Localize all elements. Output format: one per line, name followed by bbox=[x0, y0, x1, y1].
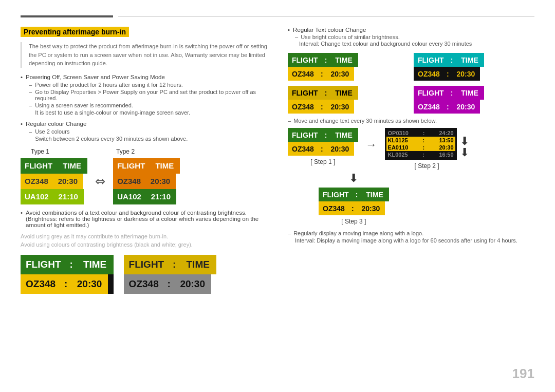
mb2-flight: FLIGHT bbox=[414, 53, 448, 67]
type2-board: FLIGHT TIME OZ348 20:30 UA102 21:10 bbox=[113, 158, 180, 204]
scroll-row-3: EA0110:20:30 bbox=[386, 144, 455, 151]
exchange-arrow: ⇔ bbox=[95, 174, 105, 189]
type2-time-header: TIME bbox=[149, 158, 180, 174]
bottom-black-time: TIME bbox=[77, 255, 114, 274]
mb4-time: TIME bbox=[456, 86, 484, 100]
top-border bbox=[21, 15, 534, 17]
type1-row3: UA102 21:10 bbox=[21, 189, 87, 204]
type1-2110: 21:10 bbox=[53, 189, 84, 204]
bottom-black-colon-hdr: : bbox=[66, 255, 77, 274]
bottom-black-flight: FLIGHT bbox=[21, 255, 66, 274]
avoid-contrast-text: Avoid using colours of contrasting brigh… bbox=[21, 241, 272, 248]
step1-time: TIME bbox=[330, 128, 358, 142]
top-border-accent bbox=[21, 15, 113, 17]
bottom-gray-time: TIME bbox=[179, 255, 216, 274]
page: Preventing afterimage burn-in The best w… bbox=[0, 0, 555, 392]
step3-board: FLIGHT : TIME OZ348 : 20:30 bbox=[319, 188, 389, 215]
mb1-colon: : bbox=[322, 53, 330, 67]
bottom-black-data: OZ348 : 20:30 bbox=[21, 274, 114, 294]
step3-2030: 20:30 bbox=[357, 201, 385, 215]
step3-area: ⬇ FLIGHT : TIME OZ348 : 20:30 [ bbox=[288, 172, 534, 225]
sub-bullet-1: – Power off the product for 2 hours afte… bbox=[21, 82, 272, 88]
mb3-colon: : bbox=[322, 86, 330, 100]
type2-row1: FLIGHT TIME bbox=[113, 158, 180, 174]
type2-oz348: OZ348 bbox=[113, 174, 145, 189]
bottom-black-2030: 20:30 bbox=[71, 274, 108, 294]
mb2-2030: 20:30 bbox=[452, 67, 480, 81]
type2-2110: 21:10 bbox=[145, 189, 176, 204]
step3-oz348: OZ348 bbox=[319, 201, 349, 215]
page-number: 191 bbox=[512, 366, 534, 382]
regular-colour-section: • Regular colour Change – Use 2 colours … bbox=[21, 121, 272, 142]
reg-sub: Interval: Display a moving image along w… bbox=[288, 237, 534, 244]
mb4-colon: : bbox=[448, 86, 456, 100]
type2-label: Type 2 bbox=[116, 148, 135, 155]
type2-row3: UA102 21:10 bbox=[113, 189, 180, 204]
bottom-gray-2030: 20:30 bbox=[174, 274, 211, 294]
type2-row2: OZ348 20:30 bbox=[113, 174, 180, 189]
mb1-oz348: OZ348 bbox=[288, 67, 318, 81]
mb3-oz348: OZ348 bbox=[288, 100, 318, 114]
sub-bullet-3: – Using a screen saver is recommended. bbox=[21, 102, 272, 108]
type-section: Type 1 Type 2 FLIGHT TIME OZ348 20:30 bbox=[21, 148, 272, 204]
mb1-flight: FLIGHT bbox=[288, 53, 322, 67]
bottom-board-black: FLIGHT : TIME OZ348 : 20:30 bbox=[21, 255, 114, 294]
type1-oz348: OZ348 bbox=[21, 174, 52, 189]
step3-flight: FLIGHT bbox=[319, 188, 353, 201]
arrow-down-2: ⬇ bbox=[460, 147, 469, 158]
type1-board: FLIGHT TIME OZ348 20:30 UA102 21:10 bbox=[21, 158, 87, 204]
right-arrow: → bbox=[366, 138, 377, 152]
mini-board-2: FLIGHT : TIME OZ348 : 20:30 bbox=[414, 53, 534, 81]
scroll-row-2: KL0125:13:50 bbox=[386, 137, 455, 144]
step1-box: FLIGHT : TIME OZ348 : 20:30 [ Step 1 ] bbox=[288, 128, 358, 165]
type2-2030: 20:30 bbox=[145, 174, 176, 189]
colour-sub-2: – Switch between 2 colours every 30 minu… bbox=[21, 136, 272, 142]
mb3-flight: FLIGHT bbox=[288, 86, 322, 100]
mb2-oz348: OZ348 bbox=[414, 67, 444, 81]
type-boards: FLIGHT TIME OZ348 20:30 UA102 21:10 ⇔ bbox=[21, 158, 272, 204]
section-title: Preventing afterimage burn-in bbox=[21, 27, 129, 37]
bottom-black-oz348: OZ348 bbox=[21, 274, 61, 294]
bottom-board-gray: FLIGHT : TIME OZ348 : 20:30 bbox=[124, 255, 217, 294]
content-area: Preventing afterimage burn-in The best w… bbox=[21, 27, 534, 294]
mini-board-3: FLIGHT : TIME OZ348 : 20:30 bbox=[288, 86, 409, 114]
type1-row1: FLIGHT TIME bbox=[21, 158, 87, 174]
avoid-contrast-bullet: • Avoid combinations of a text colour an… bbox=[21, 210, 272, 228]
regular-colour-bullet: • Regular colour Change bbox=[21, 121, 272, 127]
bottom-gray-colon-hdr: : bbox=[169, 255, 179, 274]
right-sub-2: Interval: Change text colour and backgro… bbox=[288, 41, 534, 47]
avoid-gray-text: Avoid using grey as it may contribute to… bbox=[21, 233, 272, 239]
boards-grid: FLIGHT : TIME OZ348 : 20:30 FLIGHT : bbox=[288, 53, 534, 114]
step3-label: [ Step 3 ] bbox=[341, 218, 366, 225]
right-sub-1: – Use bright colours of similar brightne… bbox=[288, 34, 534, 40]
mb4-oz348: OZ348 bbox=[414, 100, 444, 114]
type1-time-header: TIME bbox=[57, 158, 87, 174]
step1-oz348: OZ348 bbox=[288, 142, 318, 156]
bullet-dot: • bbox=[21, 74, 23, 80]
type1-2030: 20:30 bbox=[52, 174, 83, 189]
sub-bullet-2: – Go to Display Properties > Power Suppl… bbox=[21, 89, 272, 101]
step1-label: [ Step 1 ] bbox=[310, 158, 335, 165]
step2-label: [ Step 2 ] bbox=[415, 162, 439, 170]
mb3-2030: 20:30 bbox=[326, 100, 354, 114]
right-column: • Regular Text colour Change – Use brigh… bbox=[288, 27, 534, 294]
bottom-black-colon-data: : bbox=[61, 274, 71, 294]
step3-time: TIME bbox=[361, 188, 389, 201]
mb3-colon2: : bbox=[318, 100, 326, 114]
mb2-time: TIME bbox=[456, 53, 484, 67]
mb1-2030: 20:30 bbox=[326, 67, 354, 81]
mb4-colon2: : bbox=[444, 100, 452, 114]
mb1-time: TIME bbox=[330, 53, 358, 67]
powering-bullet: • Powering Off, Screen Saver and Power S… bbox=[21, 74, 272, 80]
mb2-colon: : bbox=[448, 53, 456, 67]
steps-row: FLIGHT : TIME OZ348 : 20:30 [ Step 1 ] → bbox=[288, 128, 534, 170]
type1-flight-header: FLIGHT bbox=[21, 158, 57, 174]
scroll-row-4: KL0025:16:50 bbox=[386, 151, 455, 158]
intro-text: The best way to protect the product from… bbox=[21, 42, 272, 68]
type2-flight-header: FLIGHT bbox=[113, 158, 149, 174]
regular-section: – Regularly display a moving image along… bbox=[288, 230, 534, 244]
mini-board-1: FLIGHT : TIME OZ348 : 20:30 bbox=[288, 53, 409, 81]
scroll-board: OP0310:24:20 KL0125:13:50 EA0110:20:30 K… bbox=[385, 128, 457, 160]
step2-box: OP0310:24:20 KL0125:13:50 EA0110:20:30 K… bbox=[385, 128, 469, 170]
bottom-gray-hdr: FLIGHT : TIME bbox=[124, 255, 217, 274]
